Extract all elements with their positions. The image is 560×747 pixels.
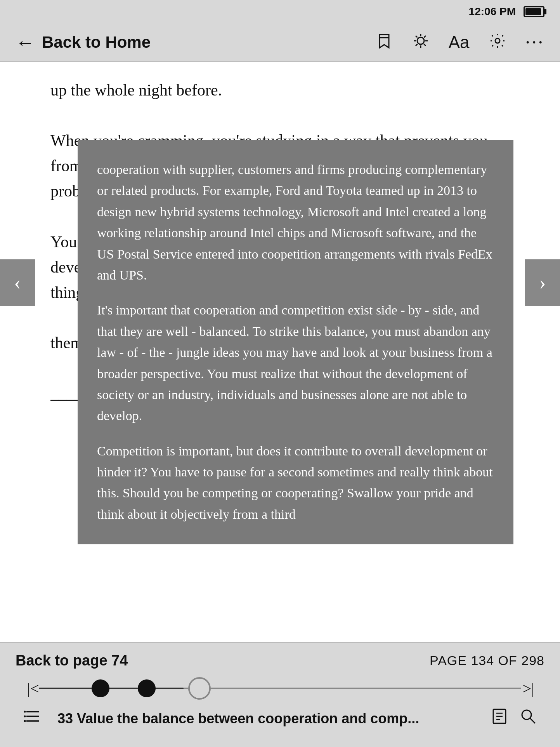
bookmark-icon[interactable] (376, 32, 393, 52)
bottom-toolbar: 33 Value the balance between cooperation… (16, 708, 544, 729)
brightness-icon[interactable] (412, 32, 429, 52)
settings-icon[interactable] (489, 32, 506, 52)
chapter-title: 33 Value the balance between cooperation… (57, 711, 483, 727)
svg-line-9 (416, 44, 418, 46)
status-bar: 12:06 PM (0, 0, 560, 23)
popup-card[interactable]: cooperation with supplier, customers and… (78, 140, 513, 544)
popup-paragraph-1: cooperation with supplier, customers and… (97, 159, 494, 286)
slider-track-filled (39, 688, 184, 689)
slider-track (39, 688, 521, 689)
top-nav: ← Back to Home Aa (0, 23, 560, 62)
prev-page-button[interactable]: ‹ (0, 259, 35, 306)
next-page-button[interactable]: › (525, 259, 560, 306)
svg-point-1 (417, 37, 424, 44)
popup-overlay: cooperation with supplier, customers and… (0, 124, 560, 537)
reading-area: up the whole night before. When you're c… (0, 62, 560, 642)
svg-line-8 (424, 36, 426, 38)
search-icon[interactable] (520, 708, 537, 729)
slider-start-icon[interactable]: |< (27, 679, 39, 698)
more-icon[interactable]: ··· (525, 33, 545, 52)
svg-line-22 (530, 718, 535, 723)
svg-point-21 (522, 710, 531, 719)
top-nav-right: Aa ··· (376, 32, 544, 52)
notes-icon[interactable] (491, 708, 508, 729)
svg-point-14 (24, 711, 26, 713)
slider-thumb-2[interactable] (138, 679, 156, 697)
back-button[interactable]: ← Back to Home (16, 33, 151, 52)
bottom-page-info: Back to page 74 PAGE 134 OF 298 (16, 652, 544, 669)
svg-point-16 (24, 720, 26, 722)
svg-line-7 (424, 44, 426, 46)
slider-container[interactable]: |< >| (16, 677, 544, 700)
slider-thumb-1[interactable] (92, 679, 109, 697)
back-label: Back to Home (42, 33, 151, 52)
slider-thumb-3[interactable] (188, 677, 211, 700)
status-time: 12:06 PM (469, 5, 516, 18)
svg-line-6 (416, 36, 418, 38)
page-of: PAGE 134 OF 298 (430, 653, 544, 668)
popup-paragraph-3: Competition is important, but does it co… (97, 441, 494, 525)
back-arrow-icon: ← (16, 33, 35, 52)
slider-end-icon[interactable]: >| (522, 679, 534, 698)
battery-icon (524, 6, 544, 17)
toc-icon[interactable] (23, 708, 42, 729)
back-to-page[interactable]: Back to page 74 (16, 652, 128, 669)
bottom-bar: Back to page 74 PAGE 134 OF 298 |< >| 33… (0, 642, 560, 747)
left-arrow-icon: ‹ (14, 271, 21, 294)
font-icon[interactable]: Aa (449, 34, 470, 51)
right-arrow-icon: › (539, 271, 546, 294)
svg-point-15 (24, 716, 26, 717)
svg-point-10 (495, 38, 500, 43)
popup-paragraph-2: It's important that cooperation and comp… (97, 300, 494, 426)
bottom-tool-right (491, 708, 537, 729)
text-line-1: up the whole night before. (50, 78, 510, 103)
